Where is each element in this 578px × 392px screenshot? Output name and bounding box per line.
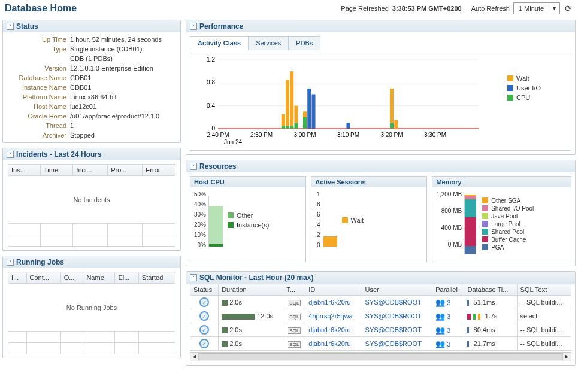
sql-type-icon: SQL	[288, 300, 301, 306]
column-header[interactable]: Error	[143, 165, 175, 176]
svg-rect-10	[282, 114, 285, 126]
sql-user-link[interactable]: SYS@CDB$ROOT	[365, 326, 422, 333]
memory-title: Memory	[432, 177, 571, 187]
status-panel: ˅ Status Up Time1 hour, 52 minutes, 24 s…	[2, 20, 181, 143]
column-header[interactable]: T...	[283, 284, 305, 296]
column-header[interactable]: Time	[41, 165, 73, 176]
tab-activity-class[interactable]: Activity Class	[190, 36, 249, 50]
column-header[interactable]: Inci...	[73, 165, 108, 176]
svg-text:2:50 PM: 2:50 PM	[250, 132, 273, 138]
column-header[interactable]: Database Ti...	[464, 284, 517, 296]
status-value: 12.1.0.1.0 Enterprise Edition	[70, 65, 175, 72]
host-cpu-panel: Host CPU 50%40%30%20%10%0%OtherInstance(…	[190, 176, 306, 262]
column-header[interactable]: Name	[83, 272, 115, 284]
running-jobs-empty: No Running Jobs	[8, 284, 175, 332]
auto-refresh-select[interactable]: 1 Minute ▼	[513, 2, 560, 14]
performance-panel: ˅ Performance Activity ClassServicesPDBs…	[186, 20, 576, 155]
column-header[interactable]: Status	[190, 284, 219, 296]
svg-text:1.2: 1.2	[207, 57, 215, 63]
check-icon: ✓	[199, 339, 209, 348]
scrollbar-thumb[interactable]	[199, 353, 562, 360]
sql-monitor-panel: ˅ SQL Monitor - Last Hour (20 max) Statu…	[186, 271, 576, 366]
resources-panel: ˅ Resources Host CPU 50%40%30%20%10%0%Ot…	[186, 160, 576, 266]
check-icon: ✓	[199, 297, 209, 307]
column-header[interactable]: Duration	[219, 284, 283, 296]
tab-pdbs[interactable]: PDBs	[288, 36, 320, 50]
incidents-empty: No Incidents	[8, 176, 175, 224]
refresh-icon[interactable]: ⟳	[564, 4, 573, 13]
svg-text:0.4: 0.4	[207, 102, 215, 109]
status-label: Platform Name	[8, 93, 66, 101]
check-icon: ✓	[199, 325, 209, 335]
column-header[interactable]: Started	[138, 272, 175, 284]
sql-user-link[interactable]: SYS@CDB$ROOT	[365, 299, 422, 306]
horizontal-scrollbar[interactable]: ◄ ►	[190, 352, 571, 361]
tab-services[interactable]: Services	[248, 36, 289, 50]
page-refreshed-time: 3:38:53 PM GMT+0200	[392, 5, 462, 12]
column-header[interactable]: I...	[8, 272, 27, 284]
column-header[interactable]: ID	[305, 284, 362, 296]
collapse-icon[interactable]: ˅	[190, 274, 197, 281]
table-row[interactable]: ✓ 2.0sSQLdjabn1r6k20ruSYS@CDB$ROOT👥 3 21…	[190, 337, 571, 351]
sql-user-link[interactable]: SYS@CDB$ROOT	[365, 312, 422, 320]
table-row[interactable]: ✓ 2.0sSQLdjabn1r6k20ruSYS@CDB$ROOT👥 3 51…	[190, 296, 571, 309]
status-value: luc12c01	[70, 103, 175, 110]
table-row[interactable]: ✓ 2.0sSQLdjabn1r6k20ruSYS@CDB$ROOT👥 3 80…	[190, 323, 571, 337]
svg-rect-22	[390, 123, 394, 129]
sql-type-icon: SQL	[288, 314, 301, 320]
svg-rect-12	[286, 80, 289, 126]
check-icon: ✓	[199, 311, 209, 321]
auto-refresh-label: Auto Refresh	[471, 5, 510, 12]
table-row[interactable]: ✓ 12.0sSQL4hprrsq2r5qwaSYS@CDB$ROOT👥 3 1…	[190, 309, 571, 323]
status-value: CDB (1 PDBs)	[70, 55, 175, 62]
page-title: Database Home	[5, 3, 77, 14]
sql-id-link[interactable]: djabn1r6k20ru	[308, 299, 350, 306]
column-header[interactable]: Cont...	[26, 272, 60, 284]
svg-text:3:00 PM: 3:00 PM	[293, 132, 316, 138]
sql-id-link[interactable]: djabn1r6k20ru	[308, 326, 350, 333]
collapse-icon[interactable]: ˅	[7, 23, 14, 30]
sql-user-link[interactable]: SYS@CDB$ROOT	[365, 340, 422, 347]
column-header[interactable]: El...	[115, 272, 138, 284]
status-label: Thread	[8, 122, 66, 129]
svg-rect-18	[303, 111, 307, 117]
sql-id-link[interactable]: 4hprrsq2r5qwa	[308, 312, 352, 320]
legend-item: User I/O	[507, 84, 567, 92]
status-title: Status	[16, 22, 38, 31]
svg-text:0: 0	[211, 125, 215, 132]
status-label	[8, 55, 66, 62]
performance-title: Performance	[199, 22, 243, 31]
scroll-left-icon[interactable]: ◄	[190, 353, 199, 361]
collapse-icon[interactable]: ˅	[7, 259, 14, 266]
column-header[interactable]: Parallel	[432, 284, 464, 296]
collapse-icon[interactable]: ˅	[190, 23, 197, 30]
resources-title: Resources	[199, 162, 236, 171]
svg-rect-17	[303, 117, 307, 129]
sql-type-icon: SQL	[288, 341, 301, 348]
sql-type-icon: SQL	[288, 327, 301, 334]
active-sessions-panel: Active Sessions 1.8.6.4.20Wait	[311, 176, 427, 262]
page-refreshed-label: Page Refreshed	[341, 5, 389, 12]
column-header[interactable]: Pro...	[108, 165, 143, 176]
legend-item: Wait	[507, 75, 567, 82]
status-value: Single instance (CDB01)	[70, 45, 175, 53]
parallel-icon: 👥	[435, 312, 445, 321]
sql-id-link[interactable]: djabn1r6k20ru	[308, 340, 350, 347]
collapse-icon[interactable]: ˅	[190, 163, 197, 170]
status-value: /u01/app/oracle/product/12.1.0	[70, 113, 175, 120]
collapse-icon[interactable]: ˅	[7, 151, 14, 158]
status-value: CDB01	[70, 74, 175, 81]
parallel-icon: 👥	[435, 298, 445, 307]
svg-rect-19	[307, 89, 311, 129]
status-value: Linux x86 64-bit	[70, 93, 175, 101]
column-header[interactable]: User	[362, 284, 432, 296]
scroll-right-icon[interactable]: ►	[562, 353, 571, 361]
column-header[interactable]: SQL Text	[517, 284, 571, 296]
svg-text:Jun 24: Jun 24	[224, 139, 242, 145]
status-label: Type	[8, 45, 66, 53]
incidents-panel: ˅ Incidents - Last 24 Hours Ins...TimeIn…	[2, 148, 181, 251]
column-header[interactable]: Ins...	[8, 165, 41, 176]
svg-text:0.8: 0.8	[207, 79, 215, 86]
column-header[interactable]: O...	[60, 272, 83, 284]
svg-rect-16	[295, 106, 298, 123]
